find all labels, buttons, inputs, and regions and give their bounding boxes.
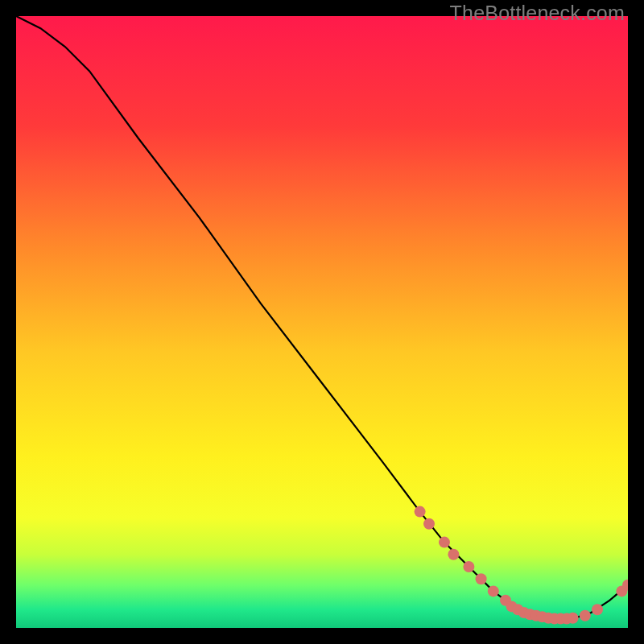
chart-marker [439,537,450,548]
chart-marker [476,573,487,584]
chart-marker [568,613,579,624]
chart-marker [423,518,435,530]
chart-background-gradient [16,16,628,628]
chart-marker [463,561,474,572]
watermark-text: TheBottleneck.com [450,2,625,25]
bottleneck-chart [16,16,628,628]
chart-marker [592,604,603,615]
chart-frame [16,16,628,628]
chart-marker [580,610,591,621]
chart-marker [415,506,426,518]
chart-marker [448,549,459,560]
chart-marker [488,585,499,597]
